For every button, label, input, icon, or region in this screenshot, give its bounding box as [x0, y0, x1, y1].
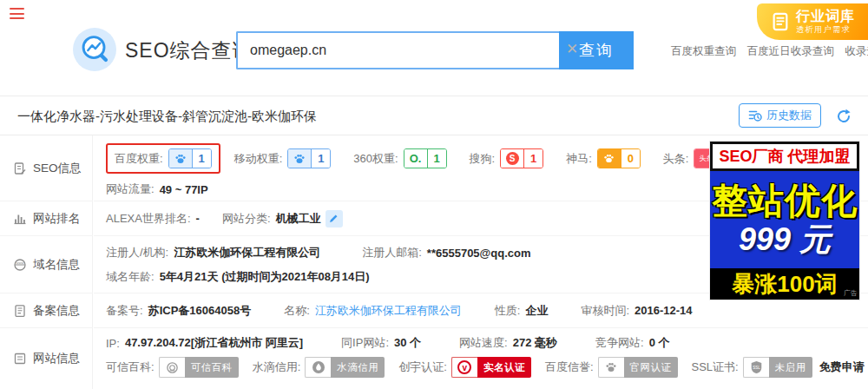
registrant-email-label: 注册人邮箱:: [362, 245, 422, 260]
category-value: 机械工业: [276, 211, 321, 227]
sidebar-item-seo-info[interactable]: SEO信息: [0, 135, 93, 201]
icp-number-group: 备案号: 苏ICP备16064058号: [106, 303, 251, 319]
baidu-weight-badge[interactable]: 1: [168, 148, 212, 168]
same-ip-label: 同IP网站:: [341, 335, 389, 351]
traffic-group: 网站流量: 49 ~ 77IP: [106, 181, 208, 197]
email-group: 注册人邮箱: **6555705@qq.com: [362, 245, 530, 260]
header-links: 百度权重查询 百度近日收录查询 收录查询: [671, 44, 868, 59]
sidebar: SEO信息 网站排名 www 域名信息 备案信息 网站信息: [0, 135, 93, 389]
history-data-button[interactable]: 历史数据: [739, 103, 821, 128]
baidu-weight-value: 1: [192, 149, 211, 168]
menu-icon[interactable]: [10, 8, 24, 19]
ribbon-title: 行业词库: [796, 9, 855, 24]
mobile-weight-badge[interactable]: 1: [287, 148, 331, 168]
industry-lexicon-badge[interactable]: 行业词库 透析用户需求: [757, 3, 868, 40]
mobile-weight-value: 1: [311, 149, 330, 168]
svg-text:www: www: [16, 260, 24, 265]
chuangyu-cert-group: 创宇认证: v 实名认证: [398, 357, 531, 378]
ip-group: IP: 47.97.204.72[浙江省杭州市 阿里云]: [106, 335, 303, 351]
same-ip-value: 30 个: [394, 335, 421, 351]
ssl-cert-group: SSL证书: SSL 未启用 免费申请: [692, 357, 865, 378]
mobile-weight-group: 移动权重: 1: [234, 148, 332, 168]
domain-age-value: 5年4月21天 (过期时间为2021年08月14日): [160, 269, 370, 285]
shenma-weight-badge[interactable]: 0: [597, 148, 641, 168]
search-bar: ✕ 查询: [236, 31, 634, 69]
ad-banner[interactable]: SEO厂商 代理加盟 整站优化 999 元 暴涨100词 广告: [710, 142, 859, 300]
shenma-label: 神马:: [566, 151, 592, 167]
title-bar: 一体化净水器-污水处理设备-斜管沉淀池-欧米伽环保 历史数据: [0, 96, 868, 135]
trust-baike-badge[interactable]: 可信百科: [159, 357, 239, 378]
ad-price: 999 元: [739, 222, 831, 257]
seo-logo-icon: [73, 28, 116, 71]
link-baidu-weight-query[interactable]: 百度权重查询: [671, 45, 736, 57]
gray-paw-icon: [598, 357, 624, 378]
ad-body: 整站优化 999 元: [710, 171, 859, 268]
ssl-cert-label: SSL证书:: [692, 359, 739, 375]
link-baidu-recent-index-query[interactable]: 百度近日收录查询: [747, 45, 834, 57]
360-weight-value: 1: [427, 149, 446, 168]
registrant-value: 江苏欧米伽环保工程有限公司: [174, 245, 320, 260]
bar-chart-icon: [13, 212, 27, 226]
registrant-label: 注册人/机构:: [106, 245, 168, 260]
chuangyu-cert-label: 创宇认证:: [398, 359, 447, 375]
site-info-row: IP: 47.97.204.72[浙江省杭州市 阿里云] 同IP网站: 30 个…: [94, 328, 868, 389]
alexa-group: ALEXA世界排名: -: [106, 211, 200, 227]
same-ip-group: 同IP网站: 30 个: [341, 335, 421, 351]
icp-audit-group: 审核时间: 2016-12-14: [581, 303, 692, 319]
mobile-weight-label: 移动权重:: [234, 151, 283, 167]
ribbon-subtitle: 透析用户需求: [796, 25, 855, 35]
sogou-icon: S: [501, 149, 523, 168]
baidu-paw-icon: [288, 149, 311, 168]
icp-number-label: 备案号:: [106, 303, 143, 319]
speed-label: 网站速度:: [459, 335, 508, 351]
ssl-cert-badge[interactable]: SSL 未启用: [743, 357, 812, 378]
ip-label: IP:: [106, 337, 120, 350]
shenma-weight-value: 0: [621, 149, 640, 168]
traffic-value: 49 ~ 77IP: [160, 183, 208, 196]
refresh-icon[interactable]: [835, 108, 852, 125]
sogou-weight-badge[interactable]: S 1: [500, 148, 543, 168]
lexicon-book-icon: [771, 12, 790, 31]
icp-audit-label: 审核时间:: [581, 303, 629, 319]
official-site-cert-badge[interactable]: 官网认证: [598, 357, 678, 378]
360-icon: O.: [404, 149, 427, 168]
main-panel: SEO信息 网站排名 www 域名信息 备案信息 网站信息: [0, 135, 868, 389]
free-apply-link[interactable]: 免费申请: [819, 359, 865, 375]
ad-tag: 广告: [844, 288, 858, 298]
sidebar-item-site-info[interactable]: 网站信息: [0, 328, 93, 389]
sidebar-item-domain-info[interactable]: www 域名信息: [0, 236, 93, 293]
domain-age-label: 域名年龄:: [106, 269, 155, 285]
category-group: 网站分类: 机械工业: [222, 210, 343, 227]
ad-footer-text: 暴涨100词: [732, 273, 837, 295]
registrant-email-value: **6555705@qq.com: [427, 247, 531, 260]
sogou-weight-value: 1: [523, 149, 542, 168]
waterdrop-icon: [305, 357, 331, 378]
edit-category-icon[interactable]: [326, 210, 343, 227]
icp-nature-group: 性质: 企业: [495, 303, 549, 319]
waterdrop-credit-badge[interactable]: 水滴信用: [305, 357, 385, 378]
sidebar-label: 域名信息: [33, 257, 80, 273]
shenma-weight-group: 神马: 0: [566, 148, 641, 168]
ad-footer: 暴涨100词 广告: [710, 268, 859, 300]
icp-company-link[interactable]: 江苏欧米伽环保工程有限公司: [315, 303, 462, 319]
icp-nature-label: 性质:: [495, 303, 521, 319]
svg-text:SSL: SSL: [753, 366, 760, 370]
sogou-weight-group: 搜狗: S 1: [470, 148, 544, 168]
trust-baike-label: 可信百科:: [106, 359, 155, 375]
shenma-icon: [598, 149, 621, 168]
link-index-query[interactable]: 收录查询: [845, 45, 868, 57]
sidebar-item-site-rank[interactable]: 网站排名: [0, 201, 93, 236]
sidebar-label: SEO信息: [33, 161, 82, 176]
ssl-shield-icon: SSL: [743, 357, 769, 378]
icp-number-value: 苏ICP备16064058号: [148, 303, 252, 319]
sidebar-label: 网站排名: [33, 211, 80, 227]
encyclopedia-icon: [159, 357, 185, 378]
search-input[interactable]: [236, 31, 559, 69]
realname-cert-badge[interactable]: v 实名认证: [451, 357, 531, 378]
waterdrop-credit-group: 水滴信用: 水滴信用: [253, 357, 385, 378]
360-weight-badge[interactable]: O. 1: [404, 148, 447, 168]
sidebar-item-icp-info[interactable]: 备案信息: [0, 293, 93, 328]
competitor-label: 竞争网站:: [595, 335, 644, 351]
clear-icon[interactable]: ✕: [566, 42, 578, 56]
competitor-value: 0 个: [649, 335, 670, 351]
